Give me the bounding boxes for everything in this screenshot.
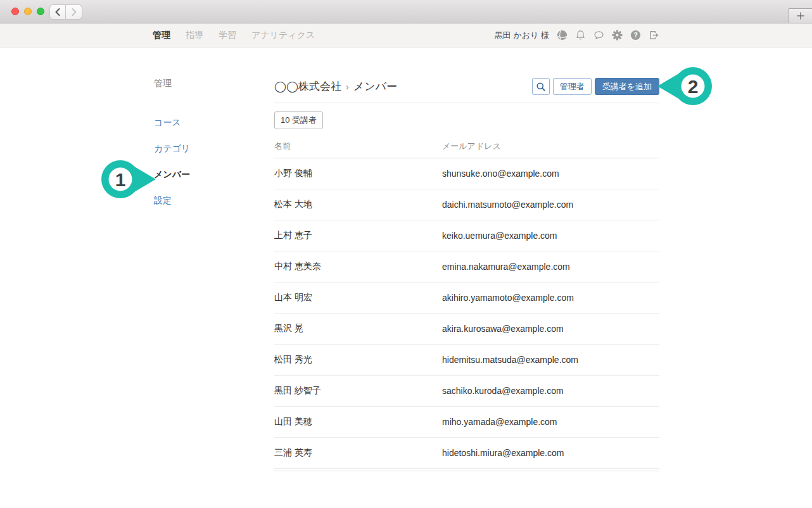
- member-name: 山田 美穂: [274, 407, 442, 438]
- member-email: shunsuke.ono@example.com: [442, 158, 659, 189]
- table-row: 松田 秀光hidemitsu.matsuda@example.com: [274, 345, 659, 376]
- member-name: 黒沢 晃: [274, 314, 442, 345]
- annotation-step-2-number: 2: [688, 76, 699, 97]
- members-table: 名前 メールアドレス 小野 俊輔shunsuke.ono@example.com…: [274, 134, 659, 469]
- admin-filter-button[interactable]: 管理者: [553, 78, 592, 95]
- main-menu: 管理 指導 学習 アナリティクス: [153, 30, 315, 41]
- table-row: 黒沢 晃akira.kurosawa@example.com: [274, 314, 659, 345]
- member-name: 松本 大地: [274, 189, 442, 220]
- member-email: keiko.uemura@example.com: [442, 220, 659, 251]
- member-email: hidemitsu.matsuda@example.com: [442, 345, 659, 376]
- sidebar-heading: 管理: [154, 78, 268, 89]
- app-navbar: 管理 指導 学習 アナリティクス 黒田 かおり 様: [0, 23, 812, 48]
- table-row: 三浦 英寿hidetoshi.miura@example.com: [274, 438, 659, 469]
- minimize-button[interactable]: [24, 8, 32, 15]
- main-content: ◯◯株式会社›メンバー 管理者 受講者を追加 10 受講者 名前 メー: [274, 48, 659, 471]
- member-name: 松田 秀光: [274, 345, 442, 376]
- annotation-step-2-pin: 2: [657, 63, 715, 109]
- browser-nav-buttons: [49, 4, 82, 20]
- new-tab-button[interactable]: [789, 8, 812, 23]
- user-area: 黒田 かおり 様 ?: [495, 30, 659, 41]
- add-learner-button[interactable]: 受講者を追加: [595, 78, 659, 95]
- table-row: 小野 俊輔shunsuke.ono@example.com: [274, 158, 659, 189]
- member-email: sachiko.kuroda@example.com: [442, 376, 659, 407]
- column-header-name: 名前: [274, 134, 442, 158]
- member-name: 中村 恵美奈: [274, 251, 442, 283]
- members-table-wrap: 名前 メールアドレス 小野 俊輔shunsuke.ono@example.com…: [274, 134, 659, 471]
- sidebar-menu: コース カテゴリ メンバー 設定: [154, 117, 268, 206]
- forward-button[interactable]: [66, 4, 82, 20]
- member-email: akira.kurosawa@example.com: [442, 314, 659, 345]
- breadcrumb-current: メンバー: [353, 80, 397, 92]
- member-name: 上村 恵子: [274, 220, 442, 251]
- chevron-right-icon: [70, 8, 78, 16]
- back-button[interactable]: [49, 4, 66, 20]
- nav-item-learning[interactable]: 学習: [219, 30, 236, 41]
- sidebar: 管理 コース カテゴリ メンバー 設定: [153, 48, 274, 471]
- annotation-step-1-number: 1: [115, 169, 126, 190]
- nav-item-admin[interactable]: 管理: [153, 30, 170, 41]
- table-row: 黒田 紗智子sachiko.kuroda@example.com: [274, 376, 659, 407]
- svg-text:?: ?: [633, 31, 638, 39]
- toolbar: 管理者 受講者を追加: [532, 78, 659, 95]
- close-button[interactable]: [11, 8, 19, 15]
- member-email: daichi.matsumoto@example.com: [442, 189, 659, 220]
- page-body: 管理 コース カテゴリ メンバー 設定 ◯◯株式会社›メンバー 管理者 受講者を…: [153, 48, 659, 471]
- member-email: hidetoshi.miura@example.com: [442, 438, 659, 469]
- column-header-email: メールアドレス: [442, 134, 659, 158]
- globe-icon[interactable]: [557, 30, 568, 41]
- plus-icon: [796, 11, 805, 20]
- table-row: 松本 大地daichi.matsumoto@example.com: [274, 189, 659, 220]
- breadcrumb: ◯◯株式会社›メンバー: [274, 79, 397, 94]
- table-row: 山本 明宏akihiro.yamamoto@example.com: [274, 283, 659, 314]
- member-name: 三浦 英寿: [274, 438, 442, 469]
- search-icon: [536, 82, 546, 92]
- member-name: 山本 明宏: [274, 283, 442, 314]
- window-titlebar: [0, 0, 812, 23]
- gear-icon[interactable]: [612, 30, 623, 41]
- member-name: 小野 俊輔: [274, 158, 442, 189]
- sidebar-item-settings[interactable]: 設定: [154, 195, 268, 206]
- breadcrumb-separator: ›: [346, 82, 349, 92]
- member-name: 黒田 紗智子: [274, 376, 442, 407]
- sidebar-item-members[interactable]: メンバー: [154, 169, 268, 181]
- annotation-step-1-pin: 1: [98, 156, 156, 202]
- table-row: 上村 恵子keiko.uemura@example.com: [274, 220, 659, 251]
- sidebar-item-courses[interactable]: コース: [154, 117, 268, 129]
- app-window: 管理 指導 学習 アナリティクス 黒田 かおり 様: [0, 0, 812, 508]
- member-email: miho.yamada@example.com: [442, 407, 659, 438]
- learner-count-badge[interactable]: 10 受講者: [274, 111, 323, 129]
- logout-icon[interactable]: [649, 30, 659, 41]
- window-controls: [11, 8, 44, 15]
- user-name: 黒田 かおり 様: [495, 30, 549, 41]
- table-row: 中村 恵美奈emina.nakamura@example.com: [274, 251, 659, 283]
- zoom-button[interactable]: [37, 8, 44, 15]
- search-button[interactable]: [532, 78, 550, 95]
- member-email: emina.nakamura@example.com: [442, 251, 659, 283]
- content-header: ◯◯株式会社›メンバー 管理者 受講者を追加: [274, 78, 659, 103]
- nav-item-analytics[interactable]: アナリティクス: [251, 30, 315, 41]
- chevron-left-icon: [54, 8, 61, 16]
- table-row: 山田 美穂miho.yamada@example.com: [274, 407, 659, 438]
- sidebar-item-categories[interactable]: カテゴリ: [154, 143, 268, 155]
- chat-icon[interactable]: [593, 30, 604, 41]
- bell-icon[interactable]: [575, 30, 586, 41]
- breadcrumb-company[interactable]: ◯◯株式会社: [274, 80, 341, 92]
- member-email: akihiro.yamamoto@example.com: [442, 283, 659, 314]
- help-icon[interactable]: ?: [630, 30, 641, 41]
- nav-item-teaching[interactable]: 指導: [186, 30, 203, 41]
